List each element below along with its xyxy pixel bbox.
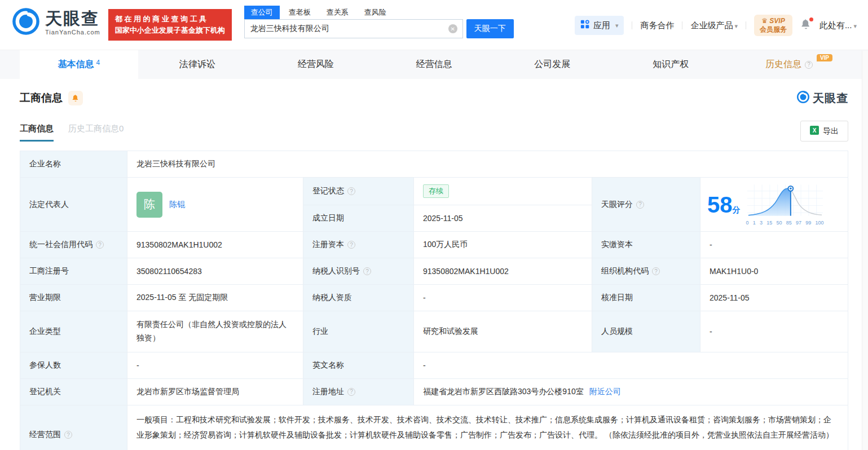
nav-enterprise-products[interactable]: 企业级产品 bbox=[690, 20, 738, 31]
apps-menu[interactable]: 应用 bbox=[575, 16, 624, 35]
apps-grid-icon bbox=[580, 20, 590, 31]
help-icon[interactable] bbox=[636, 201, 644, 209]
org-code-value: MAK1H1U0-0 bbox=[700, 258, 848, 285]
tab-operating-risk[interactable]: 经营风险 bbox=[257, 50, 375, 79]
tab-history-info[interactable]: 历史信息 VIP bbox=[730, 50, 848, 79]
company-type-value: 有限责任公司（非自然人投资或控股的法人独资） bbox=[127, 311, 303, 352]
field-label: 统一社会信用代码 bbox=[20, 232, 127, 258]
brand-slogan: 都 在 用 的 商 业 查 询 工 具 国家中小企业发展子基金旗下机构 bbox=[108, 9, 232, 41]
search-tabs: 查公司 查老板 查关系 查风险 bbox=[244, 6, 514, 19]
field-label: 纳税人识别号 bbox=[303, 258, 414, 285]
field-label: 参保人数 bbox=[20, 352, 127, 379]
reg-capital-value: 100万人民币 bbox=[414, 232, 592, 258]
table-row: 工商注册号 350802110654283 纳税人识别号 91350802MAK… bbox=[20, 258, 848, 285]
business-info-table: 企业名称 龙岩三快科技有限公司 法定代表人 陈 陈锟 登记状态 存续 bbox=[20, 151, 848, 450]
tianyancha-eye-icon bbox=[796, 90, 810, 106]
tab-operating-info[interactable]: 经营信息 bbox=[375, 50, 494, 79]
business-term-value: 2025-11-05 至 无固定期限 bbox=[127, 285, 303, 311]
divider bbox=[682, 21, 682, 29]
help-icon[interactable] bbox=[96, 241, 104, 249]
business-scope-value: 一般项目：工程和技术研究和试验发展；软件开发；技术服务、技术开发、技术咨询、技术… bbox=[127, 405, 848, 450]
subtab-history-business-info[interactable]: 历史工商信息0 bbox=[68, 123, 124, 142]
tianyancha-company-page: 天眼查 TianYanCha.com 都 在 用 的 商 业 查 询 工 具 国… bbox=[0, 0, 868, 450]
field-label: 注册资本 bbox=[303, 232, 414, 258]
help-icon[interactable] bbox=[347, 241, 355, 249]
notification-bell-icon[interactable] bbox=[800, 19, 812, 32]
tab-intellectual-property[interactable]: 知识产权 bbox=[611, 50, 730, 79]
reg-status-cell: 存续 bbox=[414, 178, 592, 205]
table-row: 登记机关 龙岩市新罗区市场监督管理局 注册地址 福建省龙岩市新罗区西陂路303号… bbox=[20, 379, 848, 405]
field-label: 经营范围 bbox=[20, 405, 127, 450]
credit-code-value: 91350802MAK1H1U002 bbox=[127, 232, 303, 258]
field-label: 组织机构代码 bbox=[592, 258, 700, 285]
tab-company-development[interactable]: 公司发展 bbox=[493, 50, 611, 79]
help-icon[interactable] bbox=[347, 187, 355, 195]
tab-basic-info[interactable]: 基本信息4 bbox=[20, 50, 138, 79]
status-badge: 存续 bbox=[423, 184, 449, 198]
table-row: 法定代表人 陈 陈锟 登记状态 存续 成立日期 bbox=[20, 178, 848, 232]
field-label: 核准日期 bbox=[592, 285, 700, 311]
nearby-companies-link[interactable]: 附近公司 bbox=[589, 387, 621, 397]
brand-domain: TianYanCha.com bbox=[45, 29, 100, 36]
legal-rep-cell: 陈 陈锟 bbox=[127, 178, 303, 232]
paid-capital-value: - bbox=[700, 232, 848, 258]
help-icon[interactable] bbox=[652, 267, 660, 275]
score-axis-ticks: 0131550859799100 bbox=[746, 220, 824, 226]
top-nav: 应用 商务合作 企业级产品 ♛ SVIP 会员服务 此处有... bbox=[575, 15, 857, 36]
notification-dot bbox=[809, 17, 813, 21]
tianyancha-watermark: 天眼查 bbox=[796, 90, 848, 106]
search-input[interactable] bbox=[244, 19, 463, 38]
staff-size-value: - bbox=[700, 311, 848, 352]
approval-date-value: 2025-11-05 bbox=[700, 285, 848, 311]
field-label: 企业类型 bbox=[20, 311, 127, 352]
tab-legal-proceedings[interactable]: 法律诉讼 bbox=[138, 50, 257, 79]
search-area: 查公司 查老板 查关系 查风险 天眼一下 bbox=[244, 6, 514, 38]
taxpayer-quality-value: - bbox=[414, 285, 592, 311]
divider bbox=[746, 21, 746, 29]
field-label: 注册地址 bbox=[303, 379, 414, 405]
field-label: 登记机关 bbox=[20, 379, 127, 405]
search-button[interactable]: 天眼一下 bbox=[466, 19, 514, 38]
user-account-menu[interactable]: 此处有... bbox=[819, 20, 857, 31]
legal-rep-avatar[interactable]: 陈 bbox=[136, 192, 162, 218]
reg-authority-value: 龙岩市新罗区市场监督管理局 bbox=[127, 379, 303, 405]
score-value: 58 bbox=[707, 193, 733, 216]
search-tab-risk[interactable]: 查风险 bbox=[358, 6, 393, 19]
score-distribution-chart: 0131550859799100 bbox=[746, 183, 824, 226]
export-button[interactable]: X 导出 bbox=[800, 121, 848, 142]
nav-cooperation[interactable]: 商务合作 bbox=[640, 20, 674, 31]
field-label: 纳税人资质 bbox=[303, 285, 414, 311]
score-unit: 分 bbox=[733, 205, 741, 215]
english-name-value: - bbox=[414, 352, 848, 379]
reg-address-cell: 福建省龙岩市新罗区西陂路303号办公楼910室 附近公司 bbox=[414, 379, 848, 405]
svg-text:X: X bbox=[813, 127, 817, 134]
establish-date-value: 2025-11-05 bbox=[414, 205, 592, 232]
field-label: 行业 bbox=[303, 311, 414, 352]
subscribe-bell-icon[interactable] bbox=[68, 91, 83, 105]
table-row: 参保人数 - 英文名称 - bbox=[20, 352, 848, 379]
main-content: 工商信息 天眼查 工商信息 历史工商 bbox=[0, 90, 868, 450]
help-icon[interactable] bbox=[64, 431, 72, 439]
search-tab-relation[interactable]: 查关系 bbox=[320, 6, 355, 19]
legal-rep-link[interactable]: 陈锟 bbox=[169, 200, 185, 210]
field-label: 登记状态 bbox=[303, 178, 414, 205]
help-icon[interactable] bbox=[347, 388, 355, 396]
search-tab-company[interactable]: 查公司 bbox=[244, 6, 280, 19]
scrollbar-track[interactable] bbox=[862, 51, 868, 450]
field-label: 营业期限 bbox=[20, 285, 127, 311]
clear-search-icon[interactable] bbox=[448, 24, 457, 33]
field-label: 工商注册号 bbox=[20, 258, 127, 285]
crown-icon: ♛ bbox=[761, 17, 768, 25]
help-icon[interactable] bbox=[805, 61, 813, 69]
company-tab-bar: 基本信息4 法律诉讼 经营风险 经营信息 公司发展 知识产权 历史信息 VIP bbox=[0, 50, 868, 79]
table-row: 企业名称 龙岩三快科技有限公司 bbox=[20, 151, 848, 178]
site-logo[interactable]: 天眼查 TianYanCha.com bbox=[11, 7, 100, 38]
subtab-business-info[interactable]: 工商信息 bbox=[20, 123, 54, 142]
field-label: 天眼评分 bbox=[592, 178, 700, 232]
table-row: 营业期限 2025-11-05 至 无固定期限 纳税人资质 - 核准日期 202… bbox=[20, 285, 848, 311]
top-header: 天眼查 TianYanCha.com 都 在 用 的 商 业 查 询 工 具 国… bbox=[0, 0, 868, 50]
svip-member-badge[interactable]: ♛ SVIP 会员服务 bbox=[754, 15, 792, 36]
search-tab-boss[interactable]: 查老板 bbox=[282, 6, 318, 19]
help-icon[interactable] bbox=[363, 267, 371, 275]
table-row: 统一社会信用代码 91350802MAK1H1U002 注册资本 100万人民币… bbox=[20, 232, 848, 258]
